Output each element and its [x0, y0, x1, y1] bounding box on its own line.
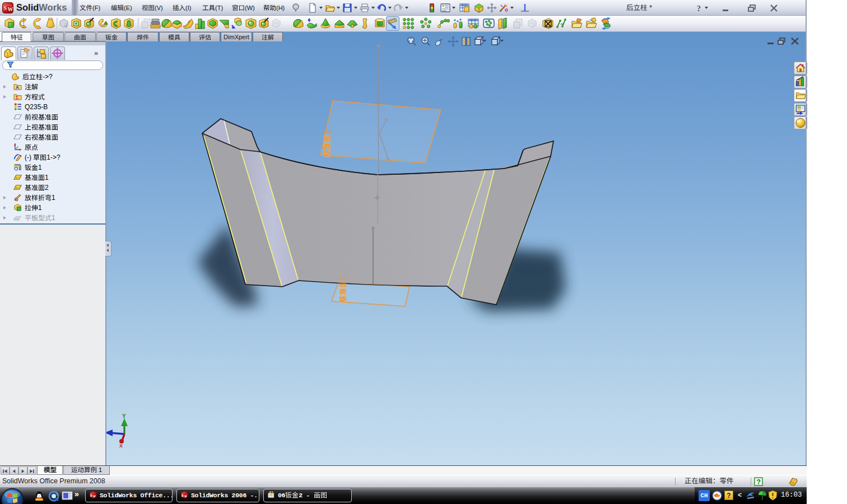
- svg-text:W: W: [8, 6, 13, 12]
- svg-text:?: ?: [757, 478, 761, 486]
- svg-text:X: X: [119, 443, 123, 448]
- svg-text:?: ?: [697, 4, 701, 13]
- svg-text:Σ: Σ: [16, 95, 19, 100]
- svg-text:A: A: [16, 85, 19, 90]
- svg-text:S: S: [90, 494, 92, 498]
- svg-text:W: W: [185, 494, 187, 498]
- svg-text:Y: Y: [122, 413, 126, 419]
- svg-text:W: W: [94, 494, 96, 498]
- svg-text:S: S: [182, 494, 184, 498]
- svg-text:S: S: [4, 5, 7, 11]
